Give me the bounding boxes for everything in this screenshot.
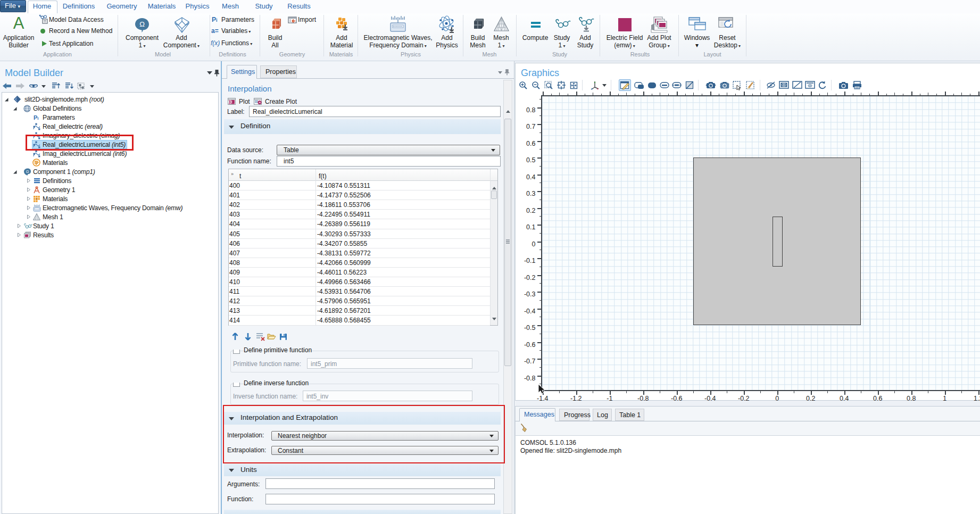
svg-text:Ω: Ω	[26, 169, 29, 173]
svg-text:Ω: Ω	[139, 20, 145, 28]
